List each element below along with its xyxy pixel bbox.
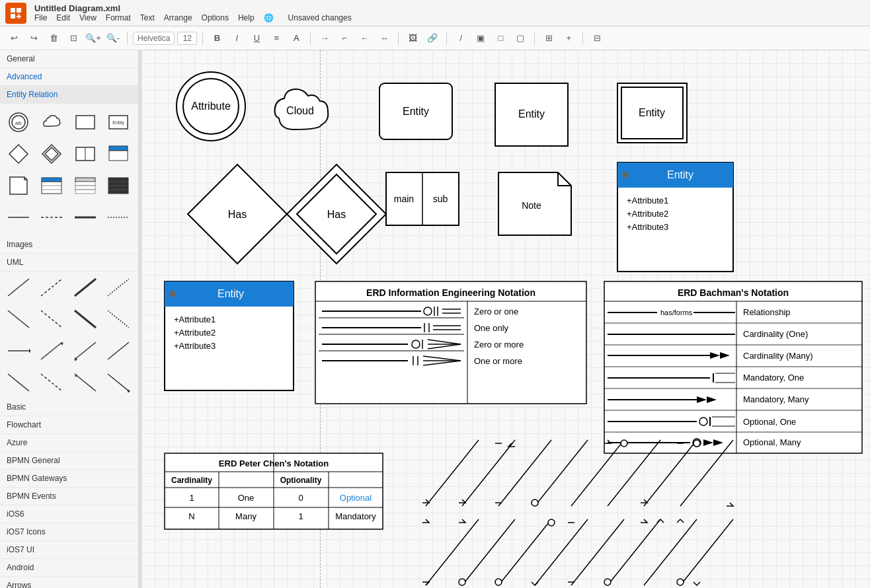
note-shape[interactable]: Note bbox=[498, 172, 571, 235]
menu-help[interactable]: Help bbox=[238, 13, 255, 22]
sidebar-bpmn-gateways[interactable]: BPMN Gateways bbox=[0, 470, 138, 488]
arrow-right-button[interactable]: → bbox=[316, 30, 333, 47]
entity-blue-right[interactable]: Entity +Attribute1 +Attribute2 +Attribut… bbox=[617, 163, 733, 272]
sidebar-icon-conn1[interactable] bbox=[4, 203, 33, 232]
sidebar-diag10[interactable] bbox=[37, 336, 66, 365]
zoom-out-button[interactable]: 🔍- bbox=[104, 30, 122, 47]
sidebar-icon-diamond[interactable] bbox=[4, 139, 33, 168]
svg-marker-149 bbox=[707, 396, 717, 403]
shadow-button[interactable]: ▢ bbox=[512, 30, 529, 47]
connector-button[interactable]: ⌐ bbox=[336, 30, 353, 47]
align-left-button[interactable]: ≡ bbox=[268, 30, 285, 47]
canvas[interactable]: Attribute Cloud Entity Entity bbox=[141, 50, 870, 588]
sidebar-ios7-ui[interactable]: iOS7 UI bbox=[0, 541, 138, 559]
sidebar-diag1[interactable] bbox=[4, 273, 33, 302]
sidebar-icon-lines-table[interactable] bbox=[104, 171, 133, 200]
sidebar-icon-cloud[interactable] bbox=[37, 108, 66, 137]
underline-button[interactable]: U bbox=[248, 30, 265, 47]
sidebar-uml[interactable]: UML bbox=[0, 254, 138, 272]
menu-view[interactable]: View bbox=[79, 13, 97, 22]
svg-rect-162 bbox=[165, 453, 383, 529]
fit-button[interactable]: ⊡ bbox=[65, 30, 82, 47]
sidebar-icon-table1[interactable] bbox=[37, 171, 66, 200]
menu-file[interactable]: File bbox=[34, 13, 47, 22]
panel-button[interactable]: ⊟ bbox=[588, 30, 606, 47]
sidebar-images[interactable]: Images bbox=[0, 236, 138, 254]
sidebar-diag14[interactable] bbox=[37, 368, 66, 397]
font-size-input[interactable]: 12 bbox=[177, 32, 197, 45]
sidebar-android[interactable]: Android bbox=[0, 559, 138, 577]
sidebar-diag13[interactable] bbox=[4, 368, 33, 397]
grid-button[interactable]: ⊞ bbox=[540, 30, 557, 47]
attribute-shape[interactable]: Attribute bbox=[177, 72, 245, 141]
undo-button[interactable]: ↩ bbox=[5, 30, 22, 47]
canvas-background[interactable]: Attribute Cloud Entity Entity bbox=[141, 50, 870, 588]
diagonal-connectors bbox=[422, 440, 733, 585]
sidebar-diag4[interactable] bbox=[104, 273, 133, 302]
sidebar-diag9[interactable] bbox=[4, 336, 33, 365]
sidebar-diag7[interactable] bbox=[71, 305, 100, 334]
font-selector[interactable]: Helvetica bbox=[133, 32, 175, 45]
font-color-button[interactable]: A bbox=[288, 30, 305, 47]
menu-text[interactable]: Text bbox=[140, 13, 155, 22]
link-button[interactable]: 🔗 bbox=[424, 30, 441, 47]
sidebar-diag11[interactable] bbox=[71, 336, 100, 365]
sidebar-diag3[interactable] bbox=[71, 273, 100, 302]
sidebar-icon-conn4[interactable] bbox=[104, 203, 133, 232]
sidebar-bpmn-general[interactable]: BPMN General bbox=[0, 452, 138, 470]
entity-square-shape[interactable]: Entity bbox=[495, 83, 568, 146]
entity-rounded-shape[interactable]: Entity bbox=[379, 83, 452, 139]
sidebar-icon-entity-named[interactable]: Entity bbox=[104, 108, 133, 137]
entity-double-shape[interactable]: Entity bbox=[617, 83, 687, 143]
svg-line-188 bbox=[644, 440, 697, 506]
sidebar-icon-conn3[interactable] bbox=[71, 203, 100, 232]
zoom-in-button[interactable]: 🔍+ bbox=[85, 30, 102, 47]
sidebar-azure[interactable]: Azure bbox=[0, 434, 138, 452]
sidebar-ios7-icons[interactable]: iOS7 Icons bbox=[0, 523, 138, 541]
sidebar-basic[interactable]: Basic bbox=[0, 398, 138, 416]
line-color-button[interactable]: / bbox=[452, 30, 469, 47]
sidebar-diag8[interactable] bbox=[104, 305, 133, 334]
fill-color-button[interactable]: ▣ bbox=[472, 30, 489, 47]
delete-button[interactable]: 🗑 bbox=[45, 30, 62, 47]
sidebar-arrows[interactable]: Arrows bbox=[0, 577, 138, 588]
sidebar-diag16[interactable] bbox=[104, 368, 133, 397]
svg-text:ERD Bachman's Notation: ERD Bachman's Notation bbox=[678, 287, 789, 298]
menu-arrange[interactable]: Arrange bbox=[164, 13, 192, 22]
image-button[interactable]: 🖼 bbox=[404, 30, 421, 47]
split-entity-shape[interactable]: main sub bbox=[386, 172, 459, 225]
sidebar-diag15[interactable] bbox=[71, 368, 100, 397]
sidebar-icon-table2[interactable] bbox=[71, 171, 100, 200]
sidebar-icon-entity-plain[interactable] bbox=[71, 108, 100, 137]
sidebar-bpmn-events[interactable]: BPMN Events bbox=[0, 488, 138, 505]
sidebar-diag6[interactable] bbox=[37, 305, 66, 334]
sidebar-diag5[interactable] bbox=[4, 305, 33, 334]
arrow-left-button[interactable]: ← bbox=[356, 30, 373, 47]
sidebar-ios6[interactable]: iOS6 bbox=[0, 505, 138, 523]
sidebar-icon-split-entity[interactable] bbox=[71, 139, 100, 168]
sidebar-icon-multi-attr[interactable] bbox=[104, 139, 133, 168]
add-button[interactable]: + bbox=[560, 30, 577, 47]
sidebar-icon-double-diamond[interactable] bbox=[37, 139, 66, 168]
diamond-shape[interactable]: Has bbox=[188, 165, 287, 264]
rect-button[interactable]: □ bbox=[492, 30, 509, 47]
svg-line-46 bbox=[108, 342, 129, 359]
menu-options[interactable]: Options bbox=[202, 13, 229, 22]
sidebar-icon-attribute[interactable]: attr bbox=[4, 108, 33, 137]
sidebar-entity-relation[interactable]: Entity Relation bbox=[0, 86, 138, 104]
sidebar-flowchart[interactable]: Flowchart bbox=[0, 416, 138, 434]
sidebar-advanced[interactable]: Advanced bbox=[0, 68, 138, 86]
entity-blue-left[interactable]: Entity +Attribute1 +Attribute2 +Attribut… bbox=[165, 281, 294, 390]
double-diamond-shape[interactable]: Has bbox=[287, 165, 386, 264]
sidebar-icon-note[interactable] bbox=[4, 171, 33, 200]
menu-edit[interactable]: Edit bbox=[56, 13, 70, 22]
sidebar-diag12[interactable] bbox=[104, 336, 133, 365]
arrow-both-button[interactable]: ↔ bbox=[376, 30, 393, 47]
sidebar-general[interactable]: General bbox=[0, 50, 138, 68]
sidebar-diag2[interactable] bbox=[37, 273, 66, 302]
menu-format[interactable]: Format bbox=[106, 13, 131, 22]
sidebar-icon-conn2[interactable] bbox=[37, 203, 66, 232]
bold-button[interactable]: B bbox=[208, 30, 225, 47]
redo-button[interactable]: ↪ bbox=[25, 30, 42, 47]
italic-button[interactable]: I bbox=[228, 30, 245, 47]
